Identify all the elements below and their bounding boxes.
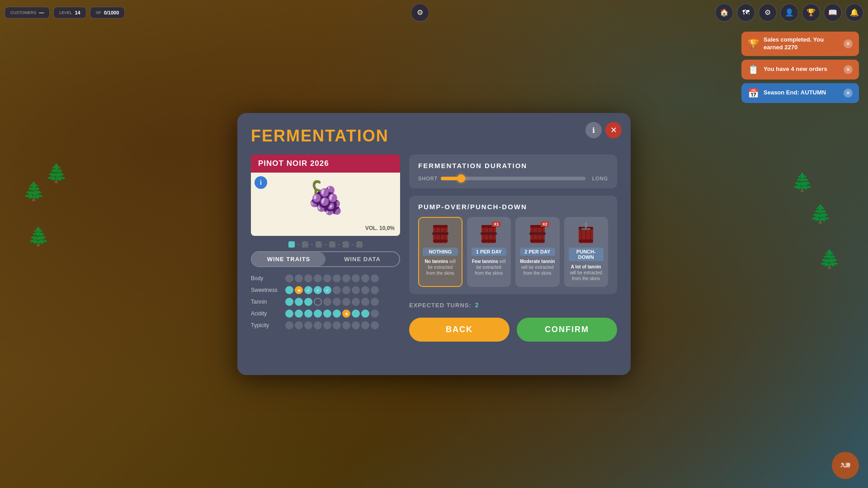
trait-dot bbox=[295, 321, 303, 329]
modal-title: FERMENTATION bbox=[251, 127, 617, 145]
trait-dot bbox=[304, 274, 312, 282]
pump-card-2perday-label: 2 per day bbox=[520, 248, 555, 256]
trait-tannin-row: Tannin bbox=[251, 298, 400, 306]
expected-turns-row: EXPECTED TURNS: 2 bbox=[409, 301, 617, 309]
slider-label-long: LONG bbox=[590, 176, 608, 181]
fermentation-duration-section: FERMENTATION DURATION SHORT LONG bbox=[409, 155, 617, 188]
grape-image-box: i 🍇 VOL. 10,0% bbox=[251, 173, 400, 236]
trait-dot bbox=[323, 298, 331, 306]
slider-thumb[interactable] bbox=[457, 174, 465, 183]
trait-dot bbox=[352, 286, 360, 294]
pump-card-punchdown-desc: A lot of tannin will be extracted from t… bbox=[569, 264, 604, 282]
fermentation-modal: FERMENTATION ℹ ✕ PINOT NOIR 2026 i 🍇 VOL… bbox=[237, 113, 631, 375]
trait-dot bbox=[295, 310, 303, 318]
trait-dot bbox=[371, 310, 379, 318]
trait-dot bbox=[333, 274, 341, 282]
trait-dot bbox=[285, 298, 293, 306]
trait-dot bbox=[371, 286, 379, 294]
progress-dot-3 bbox=[316, 241, 322, 248]
pump-card-1perday-label: 1 per day bbox=[472, 248, 507, 256]
trait-dot bbox=[352, 274, 360, 282]
trait-body-dots bbox=[285, 274, 379, 282]
pump-card-one-per-day[interactable]: X1 1 per day Few tannins will be extract… bbox=[467, 217, 511, 287]
barrel-svg-nothing bbox=[431, 222, 449, 245]
barrel-container: X1 bbox=[480, 222, 498, 245]
trait-dot bbox=[304, 321, 312, 329]
progress-dot-5 bbox=[343, 241, 349, 248]
modal-info-button[interactable]: ℹ bbox=[585, 122, 602, 138]
svg-rect-20 bbox=[529, 232, 546, 235]
trait-sweetness-row: Sweetness bbox=[251, 286, 400, 294]
traits-section: Body bbox=[251, 274, 400, 329]
trait-dot bbox=[304, 310, 312, 318]
trait-sweetness-name: Sweetness bbox=[251, 287, 282, 293]
trait-body-row: Body bbox=[251, 274, 400, 282]
svg-rect-6 bbox=[432, 232, 448, 235]
trait-dot bbox=[361, 321, 369, 329]
trait-dot bbox=[314, 310, 322, 318]
modal-close-button[interactable]: ✕ bbox=[605, 122, 622, 138]
trait-body-name: Body bbox=[251, 275, 282, 282]
barrel-svg-punchdown bbox=[577, 222, 595, 245]
left-panel: PINOT NOIR 2026 i 🍇 VOL. 10,0% - - - - bbox=[251, 155, 400, 342]
trait-dot bbox=[342, 298, 350, 306]
trait-dot-star bbox=[295, 286, 303, 294]
progress-dot-2 bbox=[302, 241, 308, 248]
pump-card-nothing[interactable]: Nothing No tannins will be extracted fro… bbox=[418, 217, 462, 287]
pump-card-2perday-desc: Moderate tannin will be extracted from t… bbox=[520, 258, 555, 276]
trait-dot bbox=[323, 274, 331, 282]
trait-dot bbox=[361, 310, 369, 318]
trait-dot-check bbox=[323, 286, 331, 294]
trait-dot bbox=[361, 274, 369, 282]
svg-rect-28 bbox=[581, 228, 590, 230]
trait-acidity-dots bbox=[285, 310, 379, 318]
barrel-container bbox=[577, 222, 595, 245]
trait-typicity-name: Typicity bbox=[251, 322, 282, 328]
trait-dot bbox=[352, 310, 360, 318]
back-button[interactable]: BACK bbox=[409, 318, 509, 342]
pump-card-punchdown-label: Punch-down bbox=[569, 248, 604, 261]
dot-separator: - bbox=[297, 241, 299, 248]
pump-card-punch-down[interactable]: Punch-down A lot of tannin will be extra… bbox=[564, 217, 609, 287]
trait-dot-check bbox=[314, 286, 322, 294]
trait-acidity-name: Acidity bbox=[251, 310, 282, 317]
tab-wine-data[interactable]: WINE DATA bbox=[326, 252, 399, 266]
grape-name-label: PINOT NOIR 2026 bbox=[251, 155, 400, 173]
trait-dot bbox=[285, 321, 293, 329]
trait-sweetness-dots bbox=[285, 286, 379, 294]
pump-card-1perday-desc: Few tannins will be extracted from the s… bbox=[472, 258, 507, 276]
trait-dot-star bbox=[342, 310, 350, 318]
pump-card-nothing-desc: No tannins will be extracted from the sk… bbox=[423, 258, 458, 276]
progress-dot-6 bbox=[356, 241, 363, 248]
barrel-container bbox=[431, 222, 449, 245]
trait-dot-check bbox=[304, 286, 312, 294]
trait-tannin-name: Tannin bbox=[251, 299, 282, 305]
trait-tannin-dots bbox=[285, 298, 379, 306]
trait-dot bbox=[333, 286, 341, 294]
trait-dot bbox=[333, 298, 341, 306]
right-panel: FERMENTATION DURATION SHORT LONG PUMP-OV… bbox=[409, 155, 617, 342]
trait-dot bbox=[333, 321, 341, 329]
trait-dot bbox=[371, 274, 379, 282]
pump-section: PUMP-OVER/PUNCH-DOWN bbox=[409, 196, 617, 294]
slider-track[interactable] bbox=[441, 177, 585, 180]
confirm-button[interactable]: CONFIRM bbox=[517, 318, 617, 342]
trait-dot bbox=[352, 321, 360, 329]
modal-backdrop: FERMENTATION ℹ ✕ PINOT NOIR 2026 i 🍇 VOL… bbox=[0, 0, 868, 488]
trait-dot bbox=[371, 321, 379, 329]
grape-info-icon[interactable]: i bbox=[255, 176, 267, 189]
trait-dot bbox=[352, 298, 360, 306]
trait-dot bbox=[342, 286, 350, 294]
progress-dot-1 bbox=[288, 241, 295, 248]
dot-separator: - bbox=[352, 241, 354, 248]
pump-section-title: PUMP-OVER/PUNCH-DOWN bbox=[418, 203, 608, 211]
close-icon: ✕ bbox=[610, 125, 617, 135]
vol-label: VOL. 10,0% bbox=[365, 225, 395, 231]
tab-wine-traits[interactable]: WINE TRAITS bbox=[252, 252, 326, 266]
trait-dot bbox=[361, 286, 369, 294]
expected-turns-label: EXPECTED TURNS: bbox=[409, 302, 472, 309]
grape-emoji: 🍇 bbox=[306, 182, 345, 213]
pump-card-two-per-day[interactable]: X2 2 per day Moderate tannin will be ext… bbox=[515, 217, 560, 287]
multiplier-badge: X2 bbox=[541, 221, 549, 227]
trait-dot bbox=[361, 298, 369, 306]
